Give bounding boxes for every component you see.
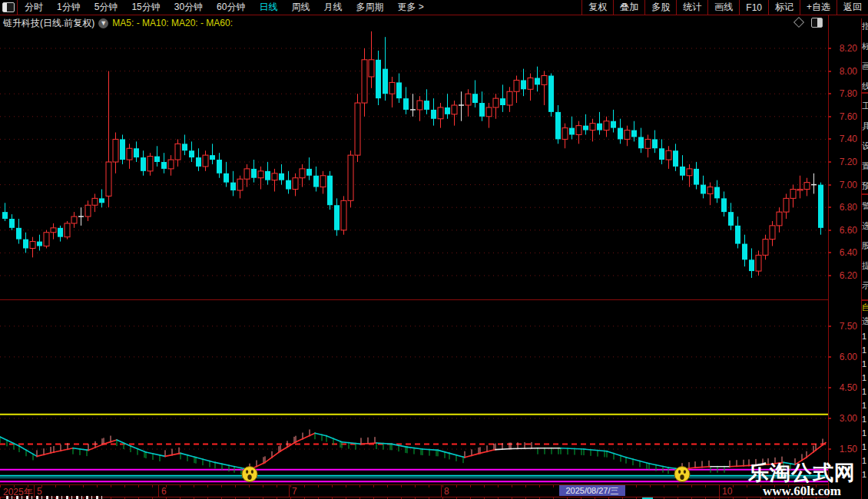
- tick-notch: [828, 161, 831, 163]
- strip-glyph-fragment: 工: [862, 101, 868, 111]
- month-separator: [289, 485, 290, 497]
- period-tab-60分钟[interactable]: 60分钟: [210, 1, 252, 14]
- price-tick: 7.00: [831, 180, 857, 190]
- selected-date-box: 2025/08/27/三: [559, 485, 625, 496]
- smiley-marker: [242, 467, 257, 482]
- axis-border: [828, 15, 829, 497]
- period-tab-多周期[interactable]: 多周期: [349, 1, 390, 14]
- tool-button-F10[interactable]: F10: [739, 0, 768, 15]
- tick-notch: [828, 356, 831, 358]
- tick-notch: [828, 138, 831, 140]
- period-tab-1分钟[interactable]: 1分钟: [50, 1, 88, 14]
- month-label: 8: [444, 486, 449, 497]
- month-label: 6: [161, 486, 167, 497]
- candlestick-chart[interactable]: [0, 31, 828, 299]
- price-tick: 8.20: [831, 43, 857, 54]
- period-tab-月线[interactable]: 月线: [316, 1, 349, 14]
- strip-list-number: 1: [862, 415, 868, 424]
- tool-button-标记[interactable]: 标记: [768, 0, 800, 15]
- tool-button-+自选[interactable]: +自选: [800, 0, 837, 15]
- tool-button-复权[interactable]: 复权: [581, 0, 613, 15]
- indicator-panel-chart[interactable]: [0, 316, 828, 484]
- price-tick: 7.40: [831, 134, 857, 144]
- window-split-button[interactable]: [0, 0, 18, 15]
- period-tab-更多 >[interactable]: 更多 >: [390, 1, 430, 14]
- period-tab-30分钟[interactable]: 30分钟: [167, 1, 210, 14]
- tick-notch: [828, 418, 831, 419]
- tool-button-返回[interactable]: 返回: [837, 0, 868, 15]
- strip-glyph-fragment: 标: [862, 41, 868, 51]
- strip-glyph-fragment: 画: [862, 61, 868, 71]
- chart-title-row: 链升科技(日线.前复权) ▼ MA5: - MA10: MA20: - MA60…: [0, 15, 828, 31]
- panel-toggle-icon[interactable]: [811, 18, 823, 28]
- window-split-icon: [2, 2, 15, 12]
- price-tick: 7.20: [831, 157, 857, 167]
- tick-notch: [828, 48, 831, 49]
- price-tick: 6.40: [831, 247, 857, 258]
- strip-glyph-fragment: 指: [862, 21, 868, 31]
- strip-list-number: 1: [862, 456, 868, 465]
- tick-notch: [828, 387, 831, 388]
- indicator-tick: 4.50: [831, 382, 857, 393]
- strip-list-number: 1: [862, 359, 868, 368]
- month-separator: [719, 485, 720, 497]
- period-tab-5分钟[interactable]: 5分钟: [88, 1, 125, 14]
- price-tick: 8.00: [831, 66, 857, 77]
- price-tick: 7.60: [831, 111, 857, 122]
- strip-list-number: 1: [862, 442, 868, 451]
- watermark: 乐淘公式网 www.60lt.com: [748, 461, 856, 497]
- strip-divider: [862, 299, 868, 301]
- strip-divider: [862, 193, 868, 195]
- price-tick: 7.80: [831, 88, 857, 99]
- strip-list-number: 1: [862, 373, 868, 382]
- strip-list-number: 1: [862, 428, 868, 438]
- tool-button-多股[interactable]: 多股: [644, 0, 676, 15]
- period-tab-周线[interactable]: 周线: [284, 1, 316, 14]
- top-toolbar: 分时1分钟5分钟15分钟30分钟60分钟日线周线月线多周期更多 > 复权叠加多股…: [0, 0, 868, 15]
- strip-list-number: 1: [862, 401, 868, 410]
- strip-list-number: 1: [862, 387, 868, 396]
- right-edge-strip[interactable]: 指标画线工具设置预警选股提示自选11111111111: [861, 18, 868, 499]
- strip-glyph-fragment: 设: [862, 141, 868, 150]
- indicator-tick: 1.50: [831, 444, 857, 454]
- toolbar-tools: 复权叠加多股统计画线F10标记+自选返回: [581, 0, 868, 15]
- strip-divider: [862, 92, 868, 94]
- tool-button-叠加[interactable]: 叠加: [613, 0, 644, 15]
- tick-notch: [828, 207, 831, 208]
- strip-glyph-fragment: 股: [862, 241, 868, 250]
- strip-glyph-fragment: 预: [862, 181, 868, 190]
- smiley-marker: [674, 467, 690, 482]
- diamond-icon[interactable]: [795, 18, 803, 26]
- period-tab-分时[interactable]: 分时: [18, 1, 50, 14]
- chevron-down-icon[interactable]: ▼: [98, 18, 108, 28]
- tick-notch: [828, 71, 831, 72]
- month-separator: [34, 485, 35, 497]
- price-tick: 6.60: [831, 225, 857, 236]
- strip-glyph-fragment: 置: [862, 161, 868, 170]
- strip-glyph-fragment: 提: [862, 261, 868, 270]
- period-tab-15分钟[interactable]: 15分钟: [124, 1, 167, 14]
- tool-button-统计[interactable]: 统计: [676, 0, 707, 15]
- price-tick: 6.20: [831, 270, 857, 281]
- indicator-tick: 7.50: [831, 321, 857, 332]
- strip-glyph-fragment: 选: [862, 316, 868, 326]
- month-label: 7: [292, 486, 297, 497]
- tick-notch: [828, 184, 831, 186]
- tick-notch: [828, 252, 831, 253]
- tick-notch: [828, 93, 831, 94]
- time-axis[interactable]: 2025年 2025/08/27/三 567810: [0, 485, 828, 497]
- strip-list-number: 1: [862, 345, 868, 355]
- tool-button-画线[interactable]: 画线: [707, 0, 739, 15]
- indicator-tick: 3.00: [831, 413, 857, 424]
- period-tabs: 分时1分钟5分钟15分钟30分钟60分钟日线周线月线多周期更多 >: [0, 0, 431, 15]
- clipped-text-fragment: [6, 496, 106, 499]
- month-separator: [441, 485, 442, 497]
- stock-title: 链升科技(日线.前复权): [3, 17, 94, 30]
- period-tab-日线[interactable]: 日线: [252, 1, 284, 14]
- tick-notch: [828, 326, 831, 327]
- strip-list-number: 1: [862, 332, 868, 341]
- strip-tab-fragment: 自: [862, 302, 868, 312]
- divider: [0, 299, 828, 300]
- ma-labels: MA5: - MA10: MA20: - MA60:: [112, 18, 233, 28]
- tick-notch: [828, 275, 831, 276]
